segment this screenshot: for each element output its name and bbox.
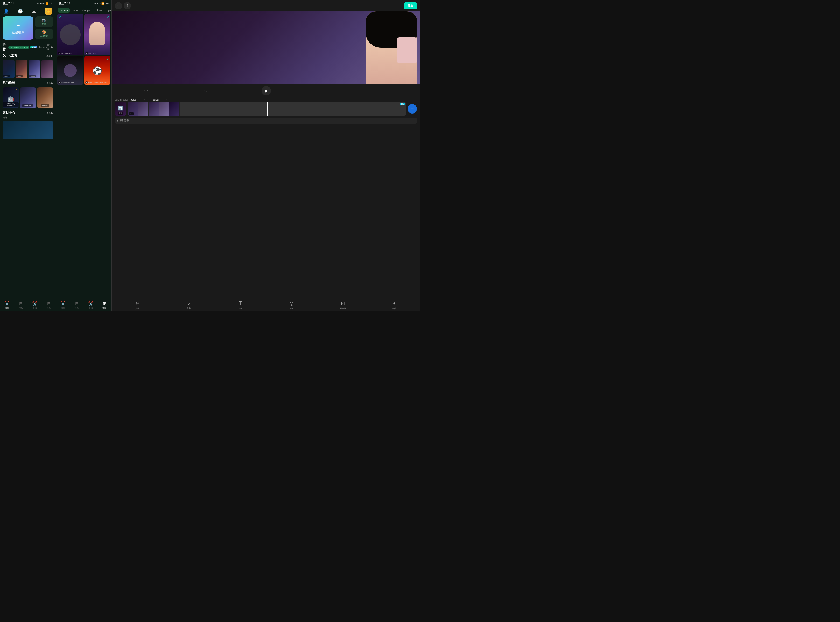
template-card[interactable]: ▶ INDUSTRY BABY: [57, 56, 84, 85]
scissors-icon: ✂: [136, 300, 139, 306]
tab-lyrics[interactable]: Lyrics: [105, 8, 111, 13]
demo-item[interactable]: Demo: [3, 60, 15, 78]
preview-placeholder: [112, 11, 420, 84]
profile-icon[interactable]: 👤: [4, 9, 9, 14]
tab-new[interactable]: New: [70, 8, 80, 13]
crown-icon: ♛: [106, 15, 109, 19]
demo-more[interactable]: 更多 ▶: [46, 54, 53, 58]
robot-icon: 🤖: [7, 96, 14, 102]
hot-more[interactable]: 更多 ▶: [46, 81, 53, 85]
recommend-more[interactable]: rjshe.com 更多 ▶: [37, 44, 53, 50]
duration-badge: 3.0s: [400, 103, 405, 105]
shoot-button[interactable]: 📷 拍照: [35, 16, 53, 27]
hot-template-section-header: 热门模板 更多 ▶: [0, 80, 56, 86]
p2-nav-template2[interactable]: ⊞ 模板: [98, 299, 112, 311]
create-video-label: 创建视频: [12, 30, 24, 35]
add-clip-button[interactable]: +: [408, 104, 417, 113]
right-side-buttons: 📷 拍照 🎨 AI 绘画: [35, 16, 53, 40]
help-button[interactable]: ?: [124, 2, 131, 9]
play-icon: ▶: [58, 52, 61, 55]
card-label-football: ▶ Photo with football star: [85, 81, 107, 84]
material-more[interactable]: 更多 ▶: [46, 111, 53, 114]
editor-toolbar: ✂ 剪辑 ♪ 音乐 T 文本 ◎ 贴纸 ⊡ 画中画 ✦ 特效: [112, 299, 420, 311]
template-scroll-area: ♛ ▶ Ultraviolence ▶ INDUSTRY BABY: [56, 13, 111, 299]
template-grid: ♛ 🤖 Absolutely Anything Dandelion... ban…: [0, 86, 56, 110]
material-item[interactable]: [3, 121, 53, 139]
clock-icon[interactable]: 🕐: [18, 9, 23, 14]
template-tab-bar: ForYou New Couple Tiktok Lyrics: [56, 6, 111, 13]
cutout-badge[interactable]: CustomizedCutout: [8, 46, 29, 49]
export-button[interactable]: 导出: [404, 2, 417, 9]
tab-tiktok[interactable]: Tiktok: [93, 8, 104, 13]
p2-nav-cut2[interactable]: ✂️ 剪辑: [84, 299, 98, 311]
crown-icon: ♛: [15, 88, 18, 91]
template-icon: ⊞: [75, 301, 79, 306]
play-icon: ▶: [58, 81, 61, 84]
nav-item-template2[interactable]: ⊞ 模板: [42, 299, 56, 311]
demo-section-header: Demo工程 更多 ▶: [0, 53, 56, 59]
template-item[interactable]: Dandelion...: [20, 87, 36, 108]
tool-cut[interactable]: ✂ 剪辑: [112, 300, 163, 310]
editor-controls: ↩ ↪ ▶ ⛶: [112, 84, 420, 98]
demo-item[interactable]: Demo: [29, 60, 40, 78]
demo-item[interactable]: [41, 60, 53, 78]
panel2-template: 晚上7:42 260K/s 📶 100 ForYou New Couple Ti…: [56, 0, 111, 311]
redo-button[interactable]: ↪: [202, 87, 210, 95]
p2-nav-template[interactable]: ⊞ 模板: [70, 299, 84, 311]
tool-pip[interactable]: ⊡ 画中画: [317, 300, 369, 310]
tab-couple[interactable]: Couple: [80, 8, 93, 13]
template-card[interactable]: ⚽ ♛ ▶ Photo with football star: [84, 56, 111, 85]
card-label-skychange: ▶ Sky Change 2: [85, 52, 100, 55]
nav-item-template[interactable]: ⊞ 模板: [14, 299, 28, 311]
template-card[interactable]: ♛ ▶ Ultraviolence: [57, 14, 84, 55]
nav-item-cut[interactable]: ✂️ 剪辑: [0, 299, 14, 311]
timeline-start-label: 00:02 | 00:03: [115, 99, 128, 101]
tool-text[interactable]: T 文本: [214, 300, 266, 310]
panel1-app: 晚上7:41 34.8K/s 📶 100 👤 🕐 ☁ 👑 ＋ 创建视频 📷 拍照: [0, 0, 56, 311]
tool-music[interactable]: ♪ 音乐: [163, 300, 214, 310]
play-button[interactable]: ▶: [261, 86, 271, 95]
video-strip[interactable]: 3.0s x1.0: [128, 102, 406, 116]
undo-icon: ↩: [144, 88, 148, 93]
undo-button[interactable]: ↩: [142, 87, 150, 95]
timeline-bar: 00:02 | 00:03 00:00 • 00:02 • 🔄 封面: [112, 98, 420, 117]
p2-nav-cut[interactable]: ✂️ 剪辑: [56, 299, 70, 311]
material-title: 素材中心: [3, 111, 15, 115]
template-item[interactable]: bananza: [37, 87, 53, 108]
demo-item[interactable]: Demo: [15, 60, 27, 78]
music-bar[interactable]: ♪ 添加音乐: [115, 118, 417, 123]
frame: [169, 102, 180, 116]
cloud-icon[interactable]: ☁: [32, 9, 36, 14]
template-col-left: ♛ ▶ Ultraviolence ▶ INDUSTRY BABY: [57, 14, 84, 85]
template-icon: ⊞: [19, 301, 23, 306]
panel2-status-bar: 晚上7:42 260K/s 📶 100: [56, 0, 111, 6]
tab-foryou[interactable]: ForYou: [58, 8, 70, 13]
tool-effects[interactable]: ✦ 特效: [369, 300, 420, 310]
timeline-end: 00:02: [153, 99, 159, 101]
back-button[interactable]: ←: [115, 2, 122, 9]
crown-button[interactable]: 👑: [45, 8, 52, 15]
cut-icon: ✂️: [5, 301, 9, 306]
cover-thumbnail[interactable]: 🔄 封面: [115, 102, 126, 116]
panel3-editor: ← ? 导出 ↩ ↪ ▶: [111, 0, 420, 311]
editor-nav-buttons: ← ?: [115, 2, 131, 9]
speed-badge: x1.0: [129, 113, 134, 115]
template-card[interactable]: ♛ ▶ Sky Change 2: [84, 14, 111, 55]
hot-template-title: 热门模板: [3, 81, 15, 85]
card-label-ultraviolence: ▶ Ultraviolence: [58, 52, 72, 55]
tool-sticker[interactable]: ◎ 贴纸: [266, 300, 317, 310]
fullscreen-button[interactable]: ⛶: [383, 87, 390, 95]
timeline-track-row: 🔄 封面 3.0s x1.0 +: [115, 102, 417, 116]
panel1-time: 晚上7:41: [3, 2, 14, 5]
material-section-header: 素材中心 更多 ▶: [0, 110, 56, 116]
music-tool-icon: ♪: [188, 300, 190, 306]
new-badge: NEW: [31, 46, 37, 49]
nav-item-cut2[interactable]: ✂️ 剪辑: [28, 299, 42, 311]
recommend-section-header: 推荐 CustomizedCutout NEW rjshe.com 更多 ▶: [0, 42, 56, 53]
ai-draw-button[interactable]: 🎨 AI 绘画: [35, 29, 53, 40]
template-item[interactable]: ♛ 🤖 Absolutely Anything: [3, 87, 19, 108]
panel1-status-bar: 晚上7:41 34.8K/s 📶 100: [0, 0, 56, 6]
create-video-button[interactable]: ＋ 创建视频: [3, 16, 34, 40]
editor-preview: [112, 11, 420, 84]
panel2-time: 晚上7:42: [59, 2, 70, 5]
